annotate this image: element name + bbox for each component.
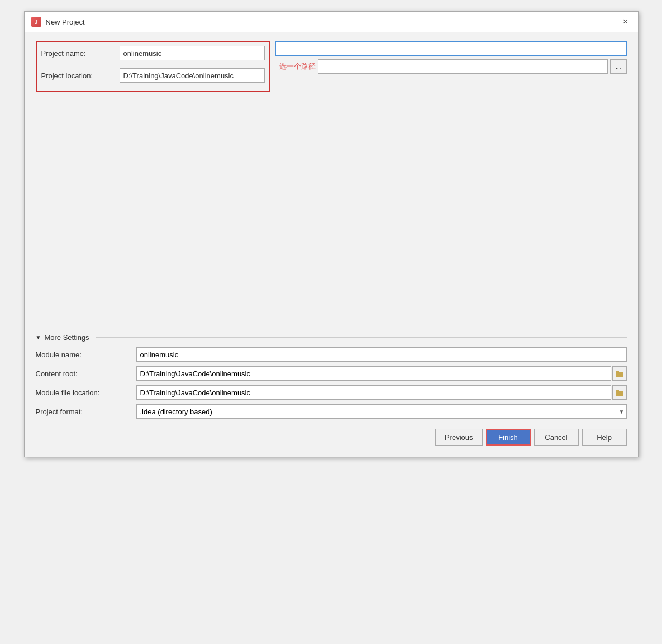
project-location-input-right[interactable] bbox=[318, 59, 608, 74]
more-settings-header: ▼ More Settings bbox=[36, 333, 627, 342]
project-location-row: Project location: bbox=[41, 68, 265, 83]
project-name-input[interactable] bbox=[120, 46, 265, 60]
module-name-label: Module name: bbox=[36, 351, 136, 359]
browse-button[interactable]: ... bbox=[610, 59, 627, 74]
button-bar: Previous Finish Cancel Help bbox=[36, 423, 627, 448]
project-fields-bordered: Project name: Project location: bbox=[36, 41, 270, 92]
content-root-label: Content root: bbox=[36, 370, 136, 378]
spacer bbox=[36, 94, 627, 329]
folder-icon-2 bbox=[616, 389, 623, 396]
project-format-select[interactable]: .idea (directory based) .ipr (file based… bbox=[136, 404, 627, 419]
module-file-location-path bbox=[136, 385, 627, 400]
finish-button[interactable]: Finish bbox=[486, 429, 531, 446]
module-file-location-input[interactable] bbox=[136, 385, 611, 400]
project-name-label: Project name: bbox=[41, 49, 120, 58]
app-icon: J bbox=[31, 17, 41, 27]
project-name-input-right[interactable] bbox=[275, 41, 627, 56]
help-button[interactable]: Help bbox=[582, 429, 627, 446]
expand-triangle-icon[interactable]: ▼ bbox=[36, 334, 41, 340]
svg-rect-0 bbox=[616, 372, 623, 377]
project-format-row: Project format: .idea (directory based) … bbox=[36, 404, 627, 419]
content-root-path bbox=[136, 366, 627, 381]
folder-icon bbox=[616, 370, 623, 377]
title-bar: J New Project × bbox=[25, 12, 638, 32]
hint-text: 选一个路径 bbox=[279, 61, 316, 72]
module-name-input[interactable] bbox=[136, 347, 627, 362]
module-file-location-label: Module file location: bbox=[36, 389, 136, 397]
svg-rect-2 bbox=[616, 391, 623, 396]
divider-line bbox=[96, 337, 627, 338]
path-row-right: 选一个路径 ... bbox=[275, 59, 627, 74]
svg-rect-3 bbox=[616, 390, 619, 391]
close-button[interactable]: × bbox=[620, 16, 631, 27]
module-name-row: Module name: bbox=[36, 347, 627, 362]
cancel-button[interactable]: Cancel bbox=[534, 429, 579, 446]
top-form-area: Project name: Project location: 选一个路径 ..… bbox=[36, 41, 627, 92]
hint-row bbox=[275, 41, 627, 56]
project-location-label: Project location: bbox=[41, 72, 120, 80]
more-settings-label: More Settings bbox=[44, 333, 89, 342]
top-right-block: 选一个路径 ... bbox=[275, 41, 627, 74]
previous-button[interactable]: Previous bbox=[435, 429, 483, 446]
project-location-input-left[interactable] bbox=[120, 68, 265, 83]
content-root-row: Content root: bbox=[36, 366, 627, 381]
module-file-location-browse-button[interactable] bbox=[612, 385, 627, 400]
svg-rect-1 bbox=[616, 371, 619, 372]
dialog-window: J New Project × Project name: Project lo… bbox=[24, 11, 639, 457]
dialog-title: New Project bbox=[46, 18, 85, 26]
project-name-row: Project name: bbox=[41, 46, 265, 60]
dialog-content: Project name: Project location: 选一个路径 ..… bbox=[25, 32, 638, 457]
module-file-location-row: Module file location: bbox=[36, 385, 627, 400]
content-root-browse-button[interactable] bbox=[612, 366, 627, 381]
content-root-input[interactable] bbox=[136, 366, 611, 381]
title-bar-left: J New Project bbox=[31, 17, 85, 27]
project-format-label: Project format: bbox=[36, 408, 136, 416]
more-settings-section: ▼ More Settings Module name: Content roo… bbox=[36, 333, 627, 419]
project-format-select-wrapper: .idea (directory based) .ipr (file based… bbox=[136, 404, 627, 419]
